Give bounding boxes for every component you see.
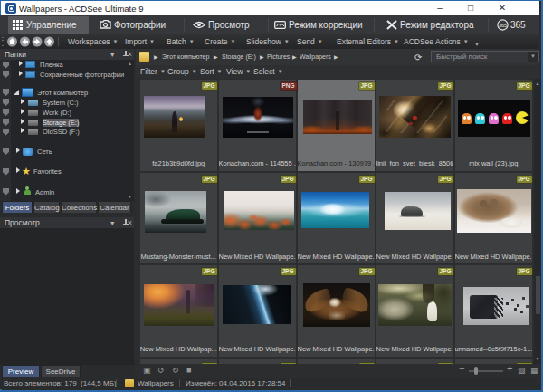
- svg-text:365: 365: [499, 23, 507, 28]
